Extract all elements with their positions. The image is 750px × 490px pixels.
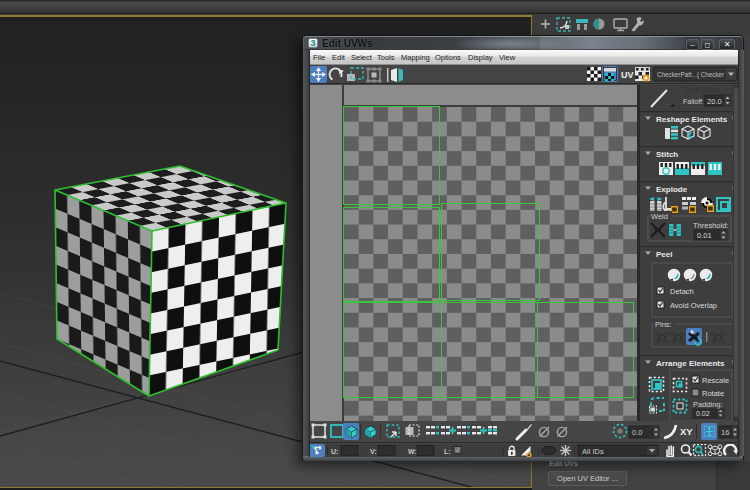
svg-text:Detach: Detach	[670, 287, 694, 296]
svg-text:Padding:: Padding:	[693, 400, 723, 409]
svg-text:20.0: 20.0	[707, 97, 722, 106]
svg-text:W:: W:	[408, 448, 417, 455]
svg-text:Stitch: Stitch	[656, 150, 678, 159]
svg-text:0.02: 0.02	[696, 410, 710, 417]
svg-text:Threshold:: Threshold:	[693, 221, 728, 230]
svg-text:V:: V:	[370, 448, 377, 455]
svg-text:Arrange Elements: Arrange Elements	[656, 359, 725, 368]
svg-text:Weld: Weld	[651, 212, 668, 221]
svg-text:Reshape Elements: Reshape Elements	[656, 115, 728, 124]
svg-text:Rescale: Rescale	[702, 376, 729, 385]
svg-text:All IDs: All IDs	[582, 447, 604, 456]
svg-text:Falloff:: Falloff:	[683, 98, 704, 105]
svg-text:Avoid Overlap: Avoid Overlap	[670, 301, 717, 310]
svg-text:XY: XY	[680, 426, 693, 437]
svg-text:Pins:: Pins:	[655, 320, 672, 329]
svg-text:U:: U:	[331, 448, 338, 455]
svg-text:Edge Distan: Edge Distan	[684, 86, 720, 94]
svg-text:Peel: Peel	[656, 250, 672, 259]
svg-text:CheckerPatt...( Checker ): CheckerPatt...( Checker )	[657, 71, 728, 79]
svg-text:0.0: 0.0	[632, 428, 642, 437]
svg-text:L:: L:	[444, 448, 451, 455]
svg-text:0.01: 0.01	[697, 231, 712, 240]
svg-text:UV: UV	[621, 70, 634, 80]
svg-text:Rotate: Rotate	[702, 389, 724, 398]
svg-text:16: 16	[721, 428, 729, 437]
svg-text:Explode: Explode	[656, 185, 688, 194]
